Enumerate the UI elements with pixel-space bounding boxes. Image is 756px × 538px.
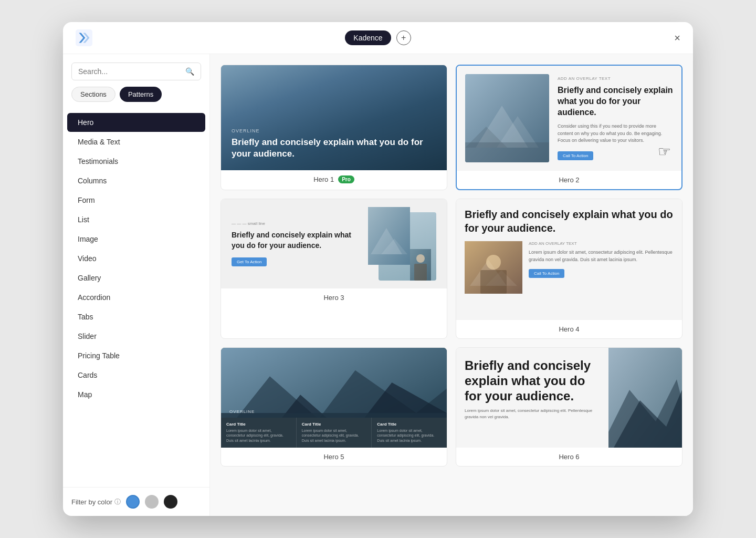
tab-patterns[interactable]: Patterns [120, 87, 162, 102]
header-logo [76, 29, 92, 46]
hero4-image [465, 241, 522, 294]
hero4-preview: Briefly and concisely explain what you d… [456, 199, 682, 320]
tab-row: Sections Patterns [63, 87, 209, 110]
color-swatch-gray[interactable] [145, 495, 159, 509]
template-grid: OVERLINE Briefly and concisely explain w… [220, 65, 682, 467]
svg-rect-16 [480, 270, 507, 294]
hero2-label: Hero 2 [457, 171, 681, 189]
hero1-label: Hero 1 Pro [221, 170, 447, 189]
hero5-card-3: Card Title Lorem ipsum dolor sit amet, c… [372, 418, 447, 448]
hero4-label: Hero 4 [456, 320, 682, 338]
hero2-image [465, 74, 549, 162]
close-button[interactable]: × [674, 32, 680, 44]
search-container: 🔍 [63, 54, 209, 87]
nav-item-gallery[interactable]: Gallery [67, 268, 205, 287]
nav-item-accordion[interactable]: Accordion [67, 288, 205, 307]
hero2-preview: ADD AN OVERLAY TEXT Briefly and concisel… [457, 66, 681, 171]
hero2-mountain-svg [465, 74, 549, 162]
card-hero3[interactable]: — — — small line Briefly and concisely e… [220, 199, 447, 339]
search-box: 🔍 [71, 63, 201, 80]
hero3-label: Hero 3 [221, 288, 447, 307]
nav-item-hero[interactable]: Hero [67, 113, 205, 132]
hero6-label: Hero 6 [456, 448, 682, 466]
nav-item-pricing-table[interactable]: Pricing Table [67, 346, 205, 365]
hero3-text: — — — small line Briefly and concisely e… [232, 221, 360, 266]
nav-item-video[interactable]: Video [67, 249, 205, 268]
hero2-content: ADD AN OVERLAY TEXT Briefly and concisel… [558, 74, 673, 160]
card-hero2[interactable]: ADD AN OVERLAY TEXT Briefly and concisel… [456, 65, 682, 190]
hero5-preview-wrap: OVERLINE Briefly and concisely explain w… [221, 348, 447, 448]
hero3-images [368, 207, 436, 281]
filter-row: Filter by color ⓘ [63, 487, 209, 516]
hero6-preview-wrap: Briefly and concisely explain what you d… [456, 348, 682, 448]
hero6-image [608, 348, 682, 448]
nav-item-testimonials[interactable]: Testimonials [67, 152, 205, 171]
hero5-label: Hero 5 [221, 448, 447, 466]
tab-sections[interactable]: Sections [71, 87, 116, 102]
card-hero5[interactable]: OVERLINE Briefly and concisely explain w… [220, 347, 447, 467]
svg-rect-5 [465, 142, 549, 162]
nav-item-image[interactable]: Image [67, 230, 205, 249]
svg-point-15 [486, 255, 501, 270]
nav-item-map[interactable]: Map [67, 385, 205, 404]
hero3-preview: — — — small line Briefly and concisely e… [221, 199, 447, 288]
nav-item-form[interactable]: Form [67, 191, 205, 210]
hero6-text: Briefly and concisely explain what you d… [456, 348, 608, 448]
hero3-cta: Get To Action [232, 257, 267, 266]
hero5-card-1: Card Title Lorem ipsum dolor sit amet, c… [221, 418, 297, 448]
search-input[interactable] [78, 67, 181, 76]
kadence-badge: Kadence [345, 30, 391, 45]
main-content: OVERLINE Briefly and concisely explain w… [210, 54, 693, 516]
hero4-cta: Call To Action [529, 269, 564, 278]
nav-item-cards[interactable]: Cards [67, 366, 205, 385]
nav-item-media-text[interactable]: Media & Text [67, 132, 205, 151]
nav-list: Hero Media & Text Testimonials Columns F… [63, 110, 209, 487]
hero2-cta: Call To Action [558, 151, 593, 160]
hero5-card-2: Card Title Lorem ipsum dolor sit amet, c… [297, 418, 372, 448]
card-hero6[interactable]: Briefly and concisely explain what you d… [456, 347, 682, 467]
color-swatch-black[interactable] [164, 495, 177, 509]
pro-badge: Pro [338, 175, 354, 183]
nav-item-columns[interactable]: Columns [67, 171, 205, 190]
modal-body: 🔍 Sections Patterns Hero Media & Text Te… [63, 54, 693, 516]
card-hero1[interactable]: OVERLINE Briefly and concisely explain w… [220, 65, 447, 190]
nav-item-slider[interactable]: Slider [67, 327, 205, 346]
search-icon: 🔍 [185, 67, 194, 76]
svg-rect-11 [414, 264, 427, 281]
modal-header: Kadence + × [63, 22, 693, 54]
header-center: Kadence + [345, 30, 411, 45]
color-swatch-blue[interactable] [126, 495, 140, 509]
modal-container: Kadence + × 🔍 Sections Patterns Hero Med… [63, 22, 693, 516]
sidebar: 🔍 Sections Patterns Hero Media & Text Te… [63, 54, 210, 516]
card-hero4[interactable]: Briefly and concisely explain what you d… [456, 199, 682, 339]
plus-button[interactable]: + [396, 30, 411, 45]
svg-point-10 [416, 254, 425, 263]
filter-help-icon[interactable]: ⓘ [114, 498, 121, 506]
nav-item-list[interactable]: List [67, 210, 205, 229]
nav-item-tabs[interactable]: Tabs [67, 307, 205, 326]
hero4-bottom-text: ADD AN OVERLAY TEXT Lorem ipsum dolor si… [529, 241, 674, 278]
kadence-logo-icon [76, 29, 92, 46]
cursor-icon: ☞ [658, 143, 671, 160]
filter-label: Filter by color ⓘ [71, 498, 121, 506]
hero1-preview: OVERLINE Briefly and concisely explain w… [221, 65, 447, 170]
